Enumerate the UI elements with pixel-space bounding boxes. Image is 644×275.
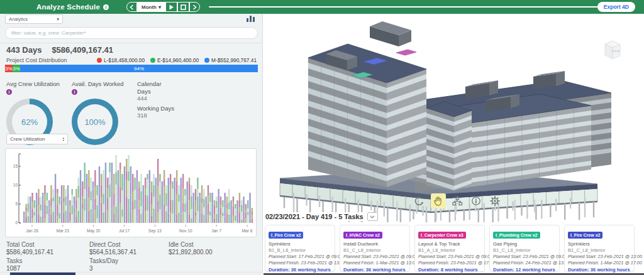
task-duration: Duration: 12 working hours [493,267,556,272]
interval-dropdown[interactable]: Month▾ [137,2,165,12]
task-planned-start: Planned Start: 23-Feb-2021 @ 09:00 [418,254,481,259]
hierarchy-tool-button[interactable] [450,193,465,208]
svg-text:15: 15 [13,164,18,168]
stat-value: $586,409,167.41 [6,249,53,256]
task-planned-start: Planned Start: 23-Feb-2021 @ 09:00 [343,254,406,259]
stop-icon [180,4,186,10]
crew-badge: I_Plumbing Crew x2 [493,232,540,239]
task-duration: Duration: 36 working hours [269,267,331,272]
task-planned-finish: Planned Finish: 1-Mar-2021 @ 13:00 [343,260,406,266]
crew-badge: I_Carpenter Crew x3 [418,232,466,239]
task-card[interactable]: I_Fire Crew x2 Sprinklers B1_C_L8_Interi… [564,225,635,272]
tasks-header-title: 02/23/2021 - Day 419 - 5 Tasks [265,213,364,220]
cost-distribution-row: Project Cost Distribution L-$18,458,000.… [6,57,258,63]
title-info-icon[interactable]: i [103,4,109,10]
stat-label: Idle Cost [169,241,213,249]
task-card[interactable]: I_Plumbing Crew x2 Gas Piping B1_C_L8_In… [489,225,560,272]
working-days-label: Working Days [137,105,194,112]
model-viewer-panel: FRONT [264,14,644,275]
gauge-value: 100% [84,117,105,127]
total-cost-headline: $586,409,167.41 [52,45,113,55]
summary-row: 443 Days $586,409,167.41 [6,45,113,55]
info-icon [470,195,482,207]
crew-badge: I_HVAC Crew x2 [343,232,382,239]
task-location: B1_A_L8_Interior [418,247,481,253]
stop-button[interactable] [177,2,189,12]
analytics-mode-value: Analytics [9,16,28,22]
crew-badge: I_Fire Crew x2 [269,232,303,239]
task-planned-start: Planned Start: 23-Feb-2021 @ 13:00 [568,254,631,259]
task-card[interactable]: I_HVAC Crew x2 Install Ductwork B1_C_L8_… [340,225,410,272]
view-cube[interactable]: FRONT [599,39,625,65]
timeline-slider[interactable] [209,6,634,8]
stat-label: Total Cost [6,241,53,249]
task-card[interactable]: I_Carpenter Crew x3 Layout & Top Track B… [414,225,485,272]
gauge-avail-days-worked: Avail. Days Worked i 100% [72,80,137,145]
view-cube-front-label: FRONT [613,50,621,53]
analytics-panel: Analytics▾ 443 Days $586,409,167.41 Proj… [0,14,263,275]
legend-dot-labor [97,58,102,63]
chevron-down-icon: ▾ [158,4,161,10]
legend-labor: L-$18,458,000.00 [104,57,145,63]
tasks-collapse-button[interactable] [367,212,378,221]
total-days: 443 Days [6,45,42,55]
orbit-tool-button[interactable] [412,193,427,208]
scrollbar-thumb[interactable] [10,272,75,275]
cost-bar-segment: 3% [5,65,13,72]
svg-text:Mar 6: Mar 6 [242,229,253,233]
svg-text:10: 10 [13,183,18,187]
legend-dot-equipment [150,58,155,63]
svg-text:Mar 23: Mar 23 [57,229,70,233]
chevron-down-icon: ▾ [57,16,59,22]
divider [0,43,263,43]
task-planned-finish: Planned Finish: 23-Feb-2021 @ 17:00 [418,260,481,266]
task-planned-finish: Planned Finish: 24-Feb-2021 @ 13:00 [493,260,556,266]
tasks-header: 02/23/2021 - Day 419 - 5 Tasks [265,212,382,221]
stat-value: $564,516,367.41 [89,249,136,256]
hierarchy-icon [452,195,463,207]
play-button[interactable] [165,2,177,12]
task-location: B1_B_L8_Interior [269,247,331,253]
task-name: Layout & Top Track [418,241,481,247]
chevron-down-icon [370,215,375,218]
building-mid-block [426,102,472,191]
metric-select[interactable]: Crew Utilization ▴▾ [6,134,68,144]
chart-panel-icon[interactable] [247,15,255,22]
task-card[interactable]: I_Fire Crew x2 Sprinklers B1_B_L8_Interi… [265,225,335,272]
info-icon[interactable]: i [6,89,12,95]
legend-dot-material [204,58,209,63]
interval-value: Month [142,4,157,10]
pan-tool-button[interactable] [431,193,446,208]
step-back-button[interactable] [126,2,137,12]
svg-text:Jan 26: Jan 26 [26,229,38,233]
legend-equipment: E-$14,960,400.00 [157,57,199,63]
utilization-bar-chart[interactable]: 051015Jan 26Mar 23May 20Jul 17Sep 13Nov … [6,149,256,237]
svg-text:Nov 10: Nov 10 [179,229,192,233]
stat-label: Direct Cost [89,241,136,249]
utilization-chart-card: 051015Jan 26Mar 23May 20Jul 17Sep 13Nov … [5,148,257,237]
filter-input[interactable] [5,27,258,39]
cost-distribution-label: Project Cost Distribution [6,57,67,63]
svg-text:5: 5 [15,202,18,206]
settings-tool-button[interactable] [487,193,502,208]
cost-legend: L-$18,458,000.00 E-$14,960,400.00 M-$552… [97,57,257,63]
info-tool-button[interactable] [469,193,484,208]
gear-icon [489,195,501,207]
info-icon[interactable]: i [72,89,77,95]
task-planned-finish: Planned Finish: 23-Feb-2021 @ 13:00 [269,260,331,266]
cost-distribution-bar: 3%3%94% [5,65,258,72]
calendar-days-value: 444 [137,95,194,102]
step-forward-button[interactable] [189,2,200,12]
stat-label: Tasks [6,257,23,265]
task-cards-row: I_Fire Crew x2 Sprinklers B1_B_L8_Interi… [265,225,635,272]
svg-text:Sep 13: Sep 13 [148,229,162,234]
task-planned-finish: Planned Finish: 1-Mar-2021 @ 17:00 [568,260,631,266]
donut-avail-days-worked: 100% [72,99,118,145]
left-panel-scrollbar[interactable] [0,272,263,275]
hand-pan-icon [433,195,444,207]
analytics-mode-select[interactable]: Analytics▾ [5,14,63,24]
export-4d-button[interactable]: Export 4D [597,2,635,12]
viewer-toolbar [412,193,502,208]
task-name: Sprinklers [568,241,631,247]
svg-text:Jul 17: Jul 17 [119,229,130,233]
